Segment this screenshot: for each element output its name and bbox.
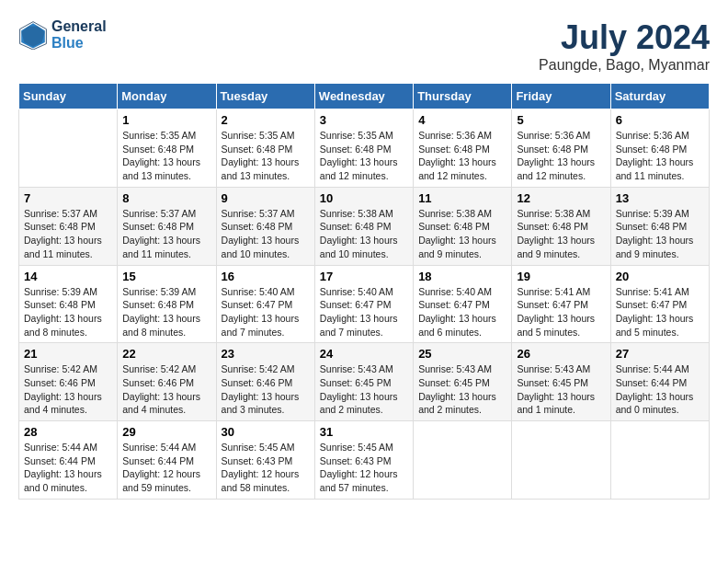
- day-number: 6: [616, 113, 704, 127]
- day-number: 18: [418, 270, 506, 283]
- day-info: Sunrise: 5:36 AM Sunset: 6:48 PM Dayligh…: [418, 129, 506, 183]
- day-info: Sunrise: 5:42 AM Sunset: 6:46 PM Dayligh…: [24, 362, 112, 417]
- day-cell: [512, 421, 610, 500]
- logo-text: General Blue: [51, 18, 107, 52]
- day-cell: 31Sunrise: 5:45 AM Sunset: 6:43 PM Dayli…: [314, 421, 413, 500]
- day-info: Sunrise: 5:40 AM Sunset: 6:47 PM Dayligh…: [222, 285, 310, 339]
- day-cell: 29Sunrise: 5:44 AM Sunset: 6:44 PM Dayli…: [118, 421, 216, 500]
- day-info: Sunrise: 5:41 AM Sunset: 6:47 PM Dayligh…: [616, 285, 704, 339]
- day-cell: 15Sunrise: 5:39 AM Sunset: 6:48 PM Dayli…: [118, 265, 216, 343]
- day-info: Sunrise: 5:43 AM Sunset: 6:45 PM Dayligh…: [320, 362, 408, 417]
- day-number: 2: [222, 113, 310, 127]
- week-row-3: 14Sunrise: 5:39 AM Sunset: 6:48 PM Dayli…: [19, 265, 710, 343]
- day-number: 5: [517, 113, 605, 127]
- day-info: Sunrise: 5:44 AM Sunset: 6:44 PM Dayligh…: [122, 441, 210, 495]
- day-info: Sunrise: 5:42 AM Sunset: 6:46 PM Dayligh…: [222, 362, 310, 417]
- day-cell: 12Sunrise: 5:38 AM Sunset: 6:48 PM Dayli…: [512, 187, 610, 265]
- day-number: 23: [222, 347, 310, 361]
- day-cell: 19Sunrise: 5:41 AM Sunset: 6:47 PM Dayli…: [512, 265, 610, 343]
- header-sunday: Sunday: [19, 84, 118, 109]
- day-number: 17: [320, 270, 408, 283]
- day-info: Sunrise: 5:37 AM Sunset: 6:48 PM Dayligh…: [24, 207, 112, 261]
- day-cell: 3Sunrise: 5:35 AM Sunset: 6:48 PM Daylig…: [314, 109, 413, 188]
- day-number: 7: [24, 191, 112, 205]
- day-info: Sunrise: 5:38 AM Sunset: 6:48 PM Dayligh…: [320, 207, 408, 261]
- day-cell: 28Sunrise: 5:44 AM Sunset: 6:44 PM Dayli…: [19, 421, 118, 500]
- day-cell: 13Sunrise: 5:39 AM Sunset: 6:48 PM Dayli…: [610, 187, 709, 265]
- day-cell: 20Sunrise: 5:41 AM Sunset: 6:47 PM Dayli…: [610, 265, 709, 343]
- day-number: 28: [24, 425, 112, 439]
- day-info: Sunrise: 5:35 AM Sunset: 6:48 PM Dayligh…: [320, 129, 408, 183]
- day-number: 19: [517, 270, 605, 283]
- month-title: July 2024: [539, 18, 710, 57]
- day-cell: 1Sunrise: 5:35 AM Sunset: 6:48 PM Daylig…: [118, 109, 216, 188]
- logo-icon: [18, 20, 48, 50]
- day-cell: [414, 421, 512, 500]
- day-number: 26: [517, 347, 605, 361]
- day-cell: 11Sunrise: 5:38 AM Sunset: 6:48 PM Dayli…: [414, 187, 512, 265]
- day-info: Sunrise: 5:39 AM Sunset: 6:48 PM Dayligh…: [616, 207, 704, 261]
- week-row-1: 1Sunrise: 5:35 AM Sunset: 6:48 PM Daylig…: [19, 109, 710, 188]
- header-saturday: Saturday: [610, 84, 709, 109]
- day-cell: 6Sunrise: 5:36 AM Sunset: 6:48 PM Daylig…: [610, 109, 709, 188]
- day-number: 11: [418, 191, 506, 205]
- day-cell: 16Sunrise: 5:40 AM Sunset: 6:47 PM Dayli…: [216, 265, 314, 343]
- day-info: Sunrise: 5:42 AM Sunset: 6:46 PM Dayligh…: [122, 362, 210, 417]
- day-cell: 5Sunrise: 5:36 AM Sunset: 6:48 PM Daylig…: [512, 109, 610, 188]
- day-info: Sunrise: 5:40 AM Sunset: 6:47 PM Dayligh…: [320, 285, 408, 339]
- day-info: Sunrise: 5:36 AM Sunset: 6:48 PM Dayligh…: [517, 129, 605, 183]
- day-info: Sunrise: 5:39 AM Sunset: 6:48 PM Dayligh…: [24, 285, 112, 339]
- day-info: Sunrise: 5:36 AM Sunset: 6:48 PM Dayligh…: [616, 129, 704, 183]
- header-tuesday: Tuesday: [216, 84, 314, 109]
- day-cell: 10Sunrise: 5:38 AM Sunset: 6:48 PM Dayli…: [314, 187, 413, 265]
- day-number: 16: [222, 270, 310, 283]
- day-number: 8: [122, 191, 210, 205]
- day-cell: 8Sunrise: 5:37 AM Sunset: 6:48 PM Daylig…: [118, 187, 216, 265]
- day-cell: 30Sunrise: 5:45 AM Sunset: 6:43 PM Dayli…: [216, 421, 314, 500]
- day-cell: 22Sunrise: 5:42 AM Sunset: 6:46 PM Dayli…: [118, 343, 216, 421]
- day-number: 4: [418, 113, 506, 127]
- day-cell: 27Sunrise: 5:44 AM Sunset: 6:44 PM Dayli…: [610, 343, 709, 421]
- day-number: 13: [616, 191, 704, 205]
- day-cell: 25Sunrise: 5:43 AM Sunset: 6:45 PM Dayli…: [414, 343, 512, 421]
- day-info: Sunrise: 5:38 AM Sunset: 6:48 PM Dayligh…: [418, 207, 506, 261]
- day-cell: [19, 109, 118, 188]
- calendar-table: SundayMondayTuesdayWednesdayThursdayFrid…: [18, 83, 710, 500]
- day-cell: 4Sunrise: 5:36 AM Sunset: 6:48 PM Daylig…: [414, 109, 512, 188]
- day-cell: 7Sunrise: 5:37 AM Sunset: 6:48 PM Daylig…: [19, 187, 118, 265]
- header-friday: Friday: [512, 84, 610, 109]
- day-cell: 2Sunrise: 5:35 AM Sunset: 6:48 PM Daylig…: [216, 109, 314, 188]
- header-wednesday: Wednesday: [314, 84, 413, 109]
- day-number: 31: [320, 425, 408, 439]
- day-info: Sunrise: 5:41 AM Sunset: 6:47 PM Dayligh…: [517, 285, 605, 339]
- day-number: 12: [517, 191, 605, 205]
- day-info: Sunrise: 5:43 AM Sunset: 6:45 PM Dayligh…: [418, 362, 506, 417]
- day-number: 27: [616, 347, 704, 361]
- day-info: Sunrise: 5:44 AM Sunset: 6:44 PM Dayligh…: [24, 441, 112, 495]
- day-info: Sunrise: 5:44 AM Sunset: 6:44 PM Dayligh…: [616, 362, 704, 417]
- day-info: Sunrise: 5:45 AM Sunset: 6:43 PM Dayligh…: [320, 441, 408, 495]
- day-number: 3: [320, 113, 408, 127]
- day-cell: 24Sunrise: 5:43 AM Sunset: 6:45 PM Dayli…: [314, 343, 413, 421]
- week-row-4: 21Sunrise: 5:42 AM Sunset: 6:46 PM Dayli…: [19, 343, 710, 421]
- day-number: 20: [616, 270, 704, 283]
- day-number: 15: [122, 270, 210, 283]
- week-row-2: 7Sunrise: 5:37 AM Sunset: 6:48 PM Daylig…: [19, 187, 710, 265]
- day-cell: 9Sunrise: 5:37 AM Sunset: 6:48 PM Daylig…: [216, 187, 314, 265]
- day-cell: [610, 421, 709, 500]
- day-number: 21: [24, 347, 112, 361]
- day-info: Sunrise: 5:37 AM Sunset: 6:48 PM Dayligh…: [222, 207, 310, 261]
- day-info: Sunrise: 5:39 AM Sunset: 6:48 PM Dayligh…: [122, 285, 210, 339]
- day-number: 14: [24, 270, 112, 283]
- logo: General Blue: [18, 18, 107, 52]
- day-number: 10: [320, 191, 408, 205]
- day-info: Sunrise: 5:35 AM Sunset: 6:48 PM Dayligh…: [222, 129, 310, 183]
- day-number: 25: [418, 347, 506, 361]
- day-info: Sunrise: 5:37 AM Sunset: 6:48 PM Dayligh…: [122, 207, 210, 261]
- day-info: Sunrise: 5:43 AM Sunset: 6:45 PM Dayligh…: [517, 362, 605, 417]
- day-cell: 17Sunrise: 5:40 AM Sunset: 6:47 PM Dayli…: [314, 265, 413, 343]
- day-cell: 21Sunrise: 5:42 AM Sunset: 6:46 PM Dayli…: [19, 343, 118, 421]
- day-number: 1: [122, 113, 210, 127]
- calendar-header-row: SundayMondayTuesdayWednesdayThursdayFrid…: [19, 84, 710, 109]
- day-number: 9: [222, 191, 310, 205]
